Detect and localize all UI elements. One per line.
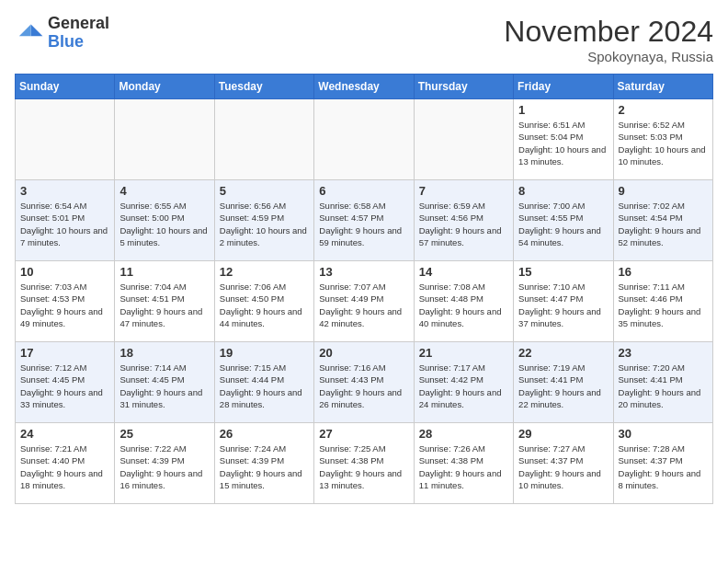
calendar-cell: 4Sunrise: 6:55 AM Sunset: 5:00 PM Daylig… [115, 180, 214, 261]
day-info: Sunrise: 7:08 AM Sunset: 4:48 PM Dayligh… [419, 281, 508, 329]
day-info: Sunrise: 7:06 AM Sunset: 4:50 PM Dayligh… [220, 281, 309, 329]
calendar-cell: 30Sunrise: 7:28 AM Sunset: 4:37 PM Dayli… [613, 423, 712, 504]
calendar-cell: 19Sunrise: 7:15 AM Sunset: 4:44 PM Dayli… [214, 342, 313, 423]
day-number: 12 [220, 265, 309, 279]
day-info: Sunrise: 7:15 AM Sunset: 4:44 PM Dayligh… [220, 362, 309, 410]
calendar-cell: 11Sunrise: 7:04 AM Sunset: 4:51 PM Dayli… [115, 261, 214, 342]
calendar-cell: 21Sunrise: 7:17 AM Sunset: 4:42 PM Dayli… [414, 342, 513, 423]
calendar-cell: 26Sunrise: 7:24 AM Sunset: 4:39 PM Dayli… [214, 423, 313, 504]
weekday-header-monday: Monday [115, 75, 214, 99]
weekday-header-sunday: Sunday [16, 75, 115, 99]
day-number: 18 [119, 346, 209, 360]
logo: General Blue [15, 15, 109, 52]
day-number: 2 [619, 103, 708, 117]
weekday-header-tuesday: Tuesday [214, 75, 313, 99]
day-number: 30 [619, 427, 708, 441]
day-info: Sunrise: 6:58 AM Sunset: 4:57 PM Dayligh… [319, 200, 408, 248]
calendar-cell: 6Sunrise: 6:58 AM Sunset: 4:57 PM Daylig… [314, 180, 414, 261]
day-number: 5 [220, 184, 309, 198]
calendar-week-5: 24Sunrise: 7:21 AM Sunset: 4:40 PM Dayli… [16, 423, 713, 504]
logo-blue: Blue [48, 33, 109, 52]
day-info: Sunrise: 7:19 AM Sunset: 4:41 PM Dayligh… [518, 362, 608, 410]
calendar-cell: 15Sunrise: 7:10 AM Sunset: 4:47 PM Dayli… [514, 261, 613, 342]
day-number: 20 [319, 346, 408, 360]
calendar-cell [314, 99, 414, 180]
calendar-cell: 8Sunrise: 7:00 AM Sunset: 4:55 PM Daylig… [514, 180, 613, 261]
calendar-cell: 27Sunrise: 7:25 AM Sunset: 4:38 PM Dayli… [314, 423, 414, 504]
calendar-cell: 29Sunrise: 7:27 AM Sunset: 4:37 PM Dayli… [514, 423, 613, 504]
calendar-table: SundayMondayTuesdayWednesdayThursdayFrid… [15, 74, 713, 504]
day-info: Sunrise: 7:03 AM Sunset: 4:53 PM Dayligh… [20, 281, 109, 329]
calendar-cell: 23Sunrise: 7:20 AM Sunset: 4:41 PM Dayli… [613, 342, 712, 423]
day-number: 7 [419, 184, 508, 198]
day-number: 4 [119, 184, 209, 198]
calendar-cell: 5Sunrise: 6:56 AM Sunset: 4:59 PM Daylig… [214, 180, 313, 261]
calendar-cell: 25Sunrise: 7:22 AM Sunset: 4:39 PM Dayli… [115, 423, 214, 504]
calendar-cell: 10Sunrise: 7:03 AM Sunset: 4:53 PM Dayli… [16, 261, 115, 342]
day-number: 19 [220, 346, 309, 360]
calendar-cell: 1Sunrise: 6:51 AM Sunset: 5:04 PM Daylig… [514, 99, 613, 180]
day-info: Sunrise: 7:26 AM Sunset: 4:38 PM Dayligh… [419, 442, 508, 491]
day-number: 15 [518, 265, 608, 279]
day-number: 29 [518, 427, 608, 441]
calendar-cell [115, 99, 214, 180]
day-info: Sunrise: 7:00 AM Sunset: 4:55 PM Dayligh… [518, 200, 608, 248]
day-info: Sunrise: 6:51 AM Sunset: 5:04 PM Dayligh… [518, 119, 608, 167]
day-info: Sunrise: 7:11 AM Sunset: 4:46 PM Dayligh… [619, 281, 708, 329]
day-info: Sunrise: 7:02 AM Sunset: 4:54 PM Dayligh… [619, 200, 708, 248]
day-number: 10 [20, 265, 109, 279]
calendar-cell: 7Sunrise: 6:59 AM Sunset: 4:56 PM Daylig… [414, 180, 513, 261]
day-info: Sunrise: 7:14 AM Sunset: 4:45 PM Dayligh… [119, 362, 209, 410]
calendar-cell: 9Sunrise: 7:02 AM Sunset: 4:54 PM Daylig… [613, 180, 712, 261]
calendar-cell: 22Sunrise: 7:19 AM Sunset: 4:41 PM Dayli… [514, 342, 613, 423]
day-number: 23 [619, 346, 708, 360]
day-info: Sunrise: 7:07 AM Sunset: 4:49 PM Dayligh… [319, 281, 408, 329]
day-number: 16 [619, 265, 708, 279]
month-title: November 2024 [504, 15, 713, 49]
day-number: 6 [319, 184, 408, 198]
day-info: Sunrise: 7:10 AM Sunset: 4:47 PM Dayligh… [518, 281, 608, 329]
day-info: Sunrise: 7:20 AM Sunset: 4:41 PM Dayligh… [619, 362, 708, 410]
day-info: Sunrise: 7:22 AM Sunset: 4:39 PM Dayligh… [119, 442, 209, 491]
calendar-cell: 13Sunrise: 7:07 AM Sunset: 4:49 PM Dayli… [314, 261, 414, 342]
calendar-cell: 24Sunrise: 7:21 AM Sunset: 4:40 PM Dayli… [16, 423, 115, 504]
day-number: 13 [319, 265, 408, 279]
page-header: General Blue November 2024 Spokoynaya, R… [15, 15, 713, 64]
weekday-header-thursday: Thursday [414, 75, 513, 99]
calendar-week-4: 17Sunrise: 7:12 AM Sunset: 4:45 PM Dayli… [16, 342, 713, 423]
calendar-cell: 12Sunrise: 7:06 AM Sunset: 4:50 PM Dayli… [214, 261, 313, 342]
calendar-cell: 14Sunrise: 7:08 AM Sunset: 4:48 PM Dayli… [414, 261, 513, 342]
logo-general: General [48, 15, 109, 33]
day-info: Sunrise: 7:28 AM Sunset: 4:37 PM Dayligh… [619, 442, 708, 491]
calendar-cell: 17Sunrise: 7:12 AM Sunset: 4:45 PM Dayli… [16, 342, 115, 423]
calendar-cell: 2Sunrise: 6:52 AM Sunset: 5:03 PM Daylig… [613, 99, 712, 180]
day-info: Sunrise: 6:56 AM Sunset: 4:59 PM Dayligh… [220, 200, 309, 248]
day-number: 3 [20, 184, 109, 198]
day-number: 28 [419, 427, 508, 441]
title-block: November 2024 Spokoynaya, Russia [504, 15, 713, 64]
calendar-cell [214, 99, 313, 180]
location-subtitle: Spokoynaya, Russia [504, 49, 713, 64]
day-number: 27 [319, 427, 408, 441]
calendar-cell: 16Sunrise: 7:11 AM Sunset: 4:46 PM Dayli… [613, 261, 712, 342]
logo-icon [15, 18, 44, 48]
day-number: 9 [619, 184, 708, 198]
day-number: 11 [119, 265, 209, 279]
day-number: 21 [419, 346, 508, 360]
calendar-week-3: 10Sunrise: 7:03 AM Sunset: 4:53 PM Dayli… [16, 261, 713, 342]
day-info: Sunrise: 6:54 AM Sunset: 5:01 PM Dayligh… [20, 200, 109, 248]
day-info: Sunrise: 6:52 AM Sunset: 5:03 PM Dayligh… [619, 119, 708, 167]
day-info: Sunrise: 6:59 AM Sunset: 4:56 PM Dayligh… [419, 200, 508, 248]
logo-text: General Blue [48, 15, 109, 52]
day-number: 24 [20, 427, 109, 441]
day-number: 8 [518, 184, 608, 198]
day-info: Sunrise: 7:25 AM Sunset: 4:38 PM Dayligh… [319, 442, 408, 491]
day-number: 17 [20, 346, 109, 360]
day-number: 22 [518, 346, 608, 360]
svg-marker-1 [19, 24, 31, 36]
day-info: Sunrise: 7:24 AM Sunset: 4:39 PM Dayligh… [220, 442, 309, 491]
calendar-cell [414, 99, 513, 180]
weekday-header-friday: Friday [514, 75, 613, 99]
calendar-cell: 18Sunrise: 7:14 AM Sunset: 4:45 PM Dayli… [115, 342, 214, 423]
day-info: Sunrise: 7:12 AM Sunset: 4:45 PM Dayligh… [20, 362, 109, 410]
